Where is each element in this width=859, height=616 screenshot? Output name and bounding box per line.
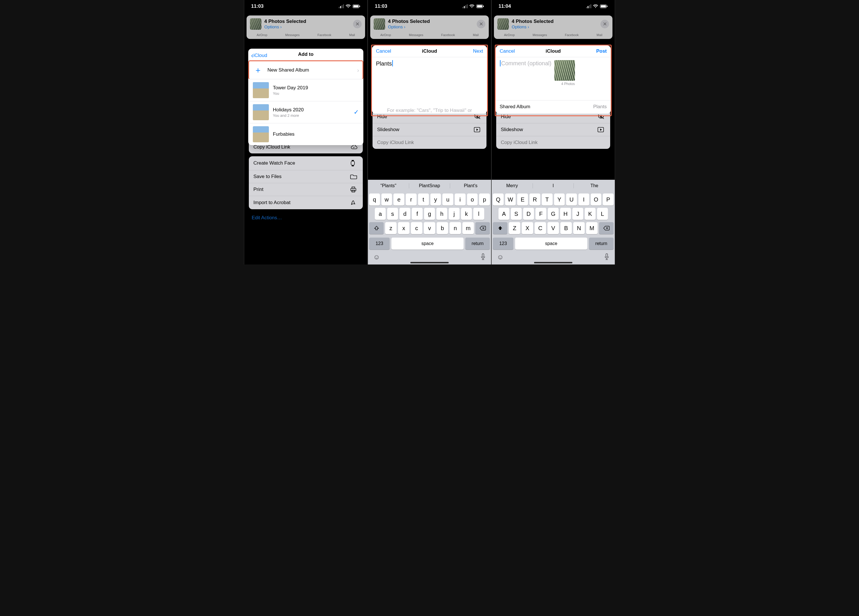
return-key[interactable]: return (589, 238, 614, 250)
share-target[interactable]: Mail (473, 33, 479, 37)
edit-actions-link[interactable]: Edit Actions… (247, 211, 365, 225)
char-key[interactable]: s (387, 208, 398, 220)
suggestion-key[interactable]: PlantSnap (409, 183, 450, 188)
char-key[interactable]: O (591, 193, 601, 206)
delete-key[interactable] (475, 222, 490, 234)
mic-icon[interactable] (604, 253, 610, 261)
char-key[interactable]: D (523, 208, 534, 220)
char-key[interactable]: Y (554, 193, 565, 206)
back-button[interactable]: ‹ iCloud (251, 51, 267, 59)
char-key[interactable]: X (522, 222, 533, 234)
char-key[interactable]: A (498, 208, 509, 220)
action-print[interactable]: Print (249, 183, 363, 196)
char-key[interactable]: p (479, 193, 490, 206)
char-key[interactable]: c (411, 222, 422, 234)
album-item[interactable]: Holidays 2020You and 2 more ✓ (248, 101, 363, 123)
char-key[interactable]: J (572, 208, 583, 220)
album-item[interactable]: Tower Day 2019You (248, 79, 363, 101)
char-key[interactable]: R (529, 193, 540, 206)
char-key[interactable]: K (585, 208, 595, 220)
char-key[interactable]: W (505, 193, 516, 206)
char-key[interactable]: v (424, 222, 435, 234)
album-name-input[interactable]: Plants (376, 61, 392, 67)
char-key[interactable]: x (398, 222, 409, 234)
album-item[interactable]: Furbabies (248, 123, 363, 145)
mic-icon[interactable] (480, 253, 486, 261)
close-icon[interactable]: ✕ (600, 20, 609, 28)
char-key[interactable]: E (517, 193, 528, 206)
return-key[interactable]: return (465, 238, 490, 250)
char-key[interactable]: j (449, 208, 459, 220)
action-save-files[interactable]: Save to Files (249, 170, 363, 183)
suggestion-key[interactable]: Plant's (450, 183, 491, 188)
home-indicator[interactable] (534, 262, 572, 264)
emoji-icon[interactable]: ☺ (497, 253, 504, 261)
share-target[interactable]: Messages (285, 33, 300, 37)
char-key[interactable]: w (381, 193, 392, 206)
delete-key[interactable] (599, 222, 614, 234)
cancel-button[interactable]: Cancel (500, 48, 515, 54)
char-key[interactable]: z (385, 222, 397, 234)
char-key[interactable]: G (548, 208, 559, 220)
next-button[interactable]: Next (473, 48, 483, 54)
numbers-key[interactable]: 123 (369, 238, 390, 250)
suggestion-key[interactable]: Merry (492, 183, 533, 188)
options-link[interactable]: Options› (388, 24, 405, 29)
home-indicator[interactable] (410, 262, 449, 264)
char-key[interactable]: h (436, 208, 447, 220)
share-target[interactable]: Facebook (441, 33, 455, 37)
char-key[interactable]: b (437, 222, 448, 234)
char-key[interactable]: q (369, 193, 380, 206)
char-key[interactable]: N (573, 222, 585, 234)
char-key[interactable]: F (536, 208, 546, 220)
char-key[interactable]: e (394, 193, 404, 206)
char-key[interactable]: f (412, 208, 423, 220)
char-key[interactable]: V (547, 222, 559, 234)
char-key[interactable]: L (597, 208, 608, 220)
char-key[interactable]: g (424, 208, 435, 220)
options-link[interactable]: Options› (512, 24, 529, 29)
char-key[interactable]: k (461, 208, 472, 220)
post-button[interactable]: Post (596, 48, 607, 54)
suggestion-key[interactable]: I (533, 183, 574, 188)
share-target[interactable]: Facebook (317, 33, 331, 37)
shift-key[interactable] (369, 222, 384, 234)
keyboard-suggestions[interactable]: "Plants" PlantSnap Plant's (368, 180, 491, 192)
home-indicator[interactable] (287, 262, 325, 264)
share-target[interactable]: Mail (597, 33, 603, 37)
char-key[interactable]: T (542, 193, 553, 206)
options-link[interactable]: Options› (264, 24, 282, 29)
char-key[interactable]: r (406, 193, 417, 206)
char-key[interactable]: B (560, 222, 572, 234)
space-key[interactable]: space (391, 238, 464, 250)
comment-input[interactable]: Comment (optional) (501, 60, 551, 67)
share-target[interactable]: AirDrop (380, 33, 391, 37)
shared-album-selector[interactable]: Shared Album Plants (496, 100, 611, 113)
new-shared-album-button[interactable]: ＋ New Shared Album › (248, 61, 363, 79)
char-key[interactable]: n (450, 222, 461, 234)
share-target[interactable]: Mail (349, 33, 355, 37)
char-key[interactable]: I (578, 193, 589, 206)
char-key[interactable]: l (473, 208, 484, 220)
char-key[interactable]: u (442, 193, 453, 206)
char-key[interactable]: m (462, 222, 474, 234)
suggestion-key[interactable]: The (574, 183, 615, 188)
char-key[interactable]: d (400, 208, 410, 220)
char-key[interactable]: i (455, 193, 465, 206)
share-target[interactable]: Facebook (565, 33, 579, 37)
char-key[interactable]: Z (509, 222, 520, 234)
char-key[interactable]: M (586, 222, 598, 234)
close-icon[interactable]: ✕ (477, 20, 485, 28)
share-target[interactable]: Messages (409, 33, 423, 37)
char-key[interactable]: C (534, 222, 546, 234)
share-target[interactable]: Messages (533, 33, 547, 37)
keyboard[interactable]: Merry I The QWERTYUIOPASDFGHJKLZXCVBNM 1… (492, 180, 615, 265)
cancel-button[interactable]: Cancel (376, 48, 391, 54)
action-watch-face[interactable]: Create Watch Face (249, 156, 363, 170)
char-key[interactable]: Q (493, 193, 504, 206)
close-icon[interactable]: ✕ (353, 20, 362, 28)
char-key[interactable]: y (430, 193, 441, 206)
space-key[interactable]: space (515, 238, 587, 250)
char-key[interactable]: P (603, 193, 614, 206)
char-key[interactable]: U (566, 193, 577, 206)
